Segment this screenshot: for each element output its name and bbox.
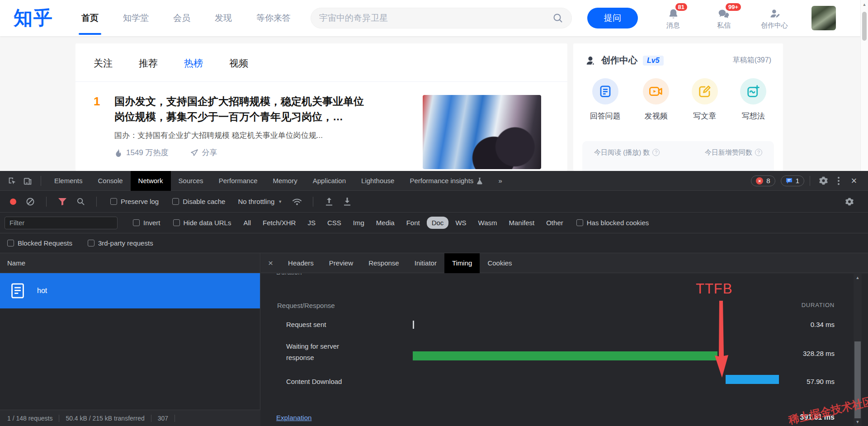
detail-scrollbar[interactable]: ▲ ▼ <box>854 274 862 426</box>
page-scrollbar[interactable]: ▲ <box>860 0 868 171</box>
answer-question-action[interactable]: 回答问题 <box>590 78 621 121</box>
nav-item-home[interactable]: 首页 <box>80 9 99 28</box>
timing-explanation-link[interactable]: Explanation <box>276 414 311 421</box>
devtools-tab-performance-insights[interactable]: Performance insights <box>402 171 491 191</box>
devtools-tab-network[interactable]: Network <box>131 171 171 191</box>
filter-chip-other[interactable]: Other <box>541 217 568 229</box>
nav-item-membership[interactable]: 会员 <box>172 9 191 28</box>
throttling-dropdown[interactable]: No throttling ▼ <box>238 198 282 205</box>
devtools-menu-kebab-icon[interactable] <box>831 173 846 189</box>
creator-center-button[interactable]: 创作中心 <box>757 6 792 30</box>
checkbox[interactable] <box>133 219 140 226</box>
detail-tab-response[interactable]: Response <box>361 253 407 273</box>
devtools-settings-icon[interactable] <box>816 173 831 189</box>
detail-tab-timing[interactable]: Timing <box>444 253 480 273</box>
filter-chip-manifest[interactable]: Manifest <box>504 217 540 229</box>
checkbox[interactable] <box>173 219 180 226</box>
filter-input[interactable] <box>9 219 113 227</box>
console-messages-badge[interactable]: 1 <box>781 175 804 186</box>
filter-input-box[interactable] <box>5 217 118 229</box>
nav-item-discover[interactable]: 发现 <box>214 9 233 28</box>
inspect-element-icon[interactable] <box>5 173 20 189</box>
tab-recommended[interactable]: 推荐 <box>139 57 158 70</box>
blocked-requests-checkbox[interactable]: Blocked Requests <box>7 239 72 247</box>
detail-scrollbar-thumb[interactable] <box>854 341 861 418</box>
devtools-tab-application[interactable]: Application <box>305 171 354 191</box>
search-icon[interactable] <box>552 13 563 24</box>
creator-center-title[interactable]: 创作中心 <box>601 54 637 66</box>
filter-chip-fetch-xhr[interactable]: Fetch/XHR <box>258 217 301 229</box>
filter-chip-all[interactable]: All <box>238 217 256 229</box>
filter-chip-css[interactable]: CSS <box>322 217 346 229</box>
scrollbar-up-arrow[interactable]: ▲ <box>861 0 868 7</box>
filter-chip-wasm[interactable]: Wasm <box>473 217 502 229</box>
help-icon[interactable]: ? <box>755 149 762 156</box>
user-avatar[interactable] <box>811 6 836 30</box>
help-icon[interactable]: ? <box>652 149 660 156</box>
tab-following[interactable]: 关注 <box>94 57 113 70</box>
device-toolbar-icon[interactable] <box>20 173 35 189</box>
disable-cache-checkbox[interactable]: Disable cache <box>172 198 225 205</box>
nav-item-zhixuetang[interactable]: 知学堂 <box>122 9 150 28</box>
request-list-header[interactable]: Name <box>0 253 260 273</box>
tab-video[interactable]: 视频 <box>229 57 248 70</box>
filter-chip-img[interactable]: Img <box>348 217 369 229</box>
scroll-up-arrow[interactable]: ▲ <box>854 274 862 282</box>
write-idea-action[interactable]: 写想法 <box>740 78 766 121</box>
share-button[interactable]: 分享 <box>190 147 217 158</box>
clear-network-log-icon[interactable] <box>23 194 38 209</box>
devtools-tab-sources[interactable]: Sources <box>171 171 211 191</box>
hot-item-thumbnail[interactable] <box>423 95 541 169</box>
filter-chip-js[interactable]: JS <box>302 217 321 229</box>
checkbox[interactable] <box>172 198 179 205</box>
devtools-close-icon[interactable]: × <box>846 173 862 189</box>
checkbox[interactable] <box>576 219 583 226</box>
request-row-hot[interactable]: hot <box>0 273 260 308</box>
filter-funnel-icon[interactable] <box>55 194 70 209</box>
hide-data-urls-checkbox[interactable]: Hide data URLs <box>173 219 231 227</box>
devtools-tab-elements[interactable]: Elements <box>47 171 90 191</box>
export-har-icon[interactable] <box>340 194 355 209</box>
invert-filter-checkbox[interactable]: Invert <box>133 219 160 227</box>
nav-item-waiting-answer[interactable]: 等你来答 <box>255 9 292 28</box>
private-messages-button[interactable]: 99+ 私信 <box>707 6 741 30</box>
preserve-log-checkbox[interactable]: Preserve log <box>110 198 159 205</box>
zhihu-logo[interactable]: 知乎 <box>14 5 53 31</box>
filter-chip-doc[interactable]: Doc <box>427 217 449 229</box>
search-input[interactable] <box>319 13 552 23</box>
search-network-icon[interactable] <box>73 194 88 209</box>
filter-chip-ws[interactable]: WS <box>450 217 471 229</box>
filter-chip-media[interactable]: Media <box>371 217 400 229</box>
post-video-action[interactable]: 发视频 <box>643 78 669 121</box>
third-party-requests-checkbox[interactable]: 3rd-party requests <box>88 239 153 247</box>
scroll-down-arrow[interactable]: ▼ <box>854 418 862 426</box>
write-article-action[interactable]: 写文章 <box>692 78 718 121</box>
detail-tab-initiator[interactable]: Initiator <box>407 253 444 273</box>
checkbox[interactable] <box>110 198 117 205</box>
checkbox[interactable] <box>88 240 94 246</box>
has-blocked-cookies-checkbox[interactable]: Has blocked cookies <box>576 219 649 227</box>
network-conditions-icon[interactable] <box>289 194 305 209</box>
network-settings-gear-icon[interactable] <box>842 194 857 209</box>
import-har-icon[interactable] <box>321 194 337 209</box>
detail-tab-headers[interactable]: Headers <box>280 253 321 273</box>
detail-tab-cookies[interactable]: Cookies <box>480 253 519 273</box>
messages-button[interactable]: 81 消息 <box>656 6 690 30</box>
devtools-tab-memory[interactable]: Memory <box>265 171 305 191</box>
devtools-tab-console[interactable]: Console <box>90 171 131 191</box>
devtools-tab-lighthouse[interactable]: Lighthouse <box>354 171 402 191</box>
tab-hot-list[interactable]: 热榜 <box>184 57 203 70</box>
detail-tab-preview[interactable]: Preview <box>321 253 361 273</box>
console-errors-badge[interactable]: × 8 <box>751 175 775 186</box>
scrollbar-thumb[interactable] <box>862 12 867 41</box>
ask-question-button[interactable]: 提问 <box>587 8 638 28</box>
close-detail-icon[interactable]: × <box>261 258 280 268</box>
devtools-tab-performance[interactable]: Performance <box>211 171 265 191</box>
record-network-log-button[interactable] <box>10 199 16 205</box>
search-box[interactable] <box>311 8 572 28</box>
hot-item-title[interactable]: 国办发文，支持国企扩大招聘规模，稳定机关事业单位岗位规模，募集不少于一百万个青年… <box>114 94 371 124</box>
more-tabs-chevron[interactable]: » <box>491 171 509 191</box>
drafts-link[interactable]: 草稿箱(397) <box>733 56 771 65</box>
checkbox[interactable] <box>7 240 14 246</box>
filter-chip-font[interactable]: Font <box>401 217 425 229</box>
